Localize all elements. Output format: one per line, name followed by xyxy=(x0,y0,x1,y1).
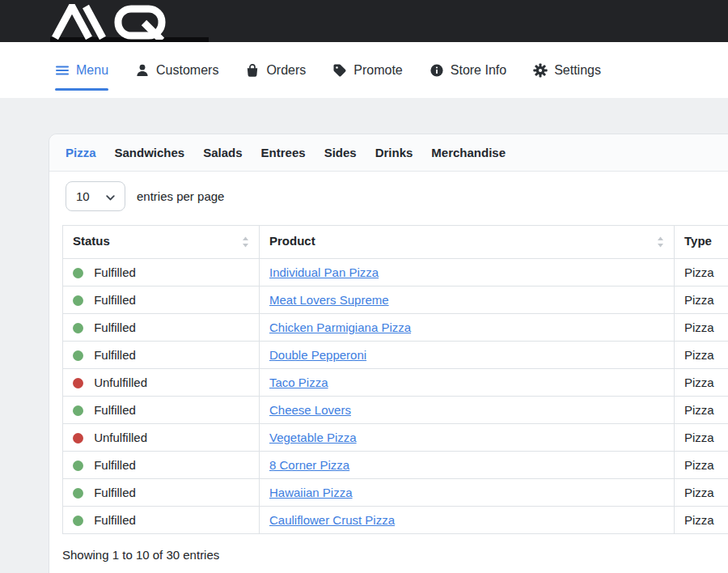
product-link[interactable]: Cheese Lovers xyxy=(269,403,351,417)
table-controls: 10 entries per page xyxy=(49,172,728,225)
table-row: Fulfilled Double Pepperoni Pizza xyxy=(63,342,728,369)
table-row: Fulfilled Cauliflower Crust Pizza Pizza xyxy=(63,507,728,534)
table-row: Fulfilled Meat Lovers Supreme Pizza xyxy=(63,286,728,314)
nav-item-settings[interactable]: Settings xyxy=(533,63,601,78)
product-cell: Hawaiian Pizza xyxy=(260,479,675,507)
status-dot-icon xyxy=(73,516,83,526)
status-label: Unfulfilled xyxy=(94,376,147,389)
status-cell: Fulfilled xyxy=(63,342,260,369)
status-label: Fulfilled xyxy=(94,293,136,307)
tab-pizza[interactable]: Pizza xyxy=(66,146,96,159)
status-dot-icon xyxy=(73,405,83,416)
brand-logo xyxy=(50,4,204,40)
type-cell: Pizza xyxy=(675,479,728,507)
app-header: AIQ xyxy=(0,0,728,42)
entries-per-page-label: entries per page xyxy=(137,189,224,203)
status-dot-icon xyxy=(73,350,83,361)
sort-icon[interactable] xyxy=(242,236,249,250)
sort-icon[interactable] xyxy=(657,236,664,250)
table-row: Fulfilled 8 Corner Pizza Pizza xyxy=(63,452,728,479)
nav-item-menu[interactable]: Menu xyxy=(55,63,108,78)
status-label: Fulfilled xyxy=(94,348,136,362)
table-row: Fulfilled Cheese Lovers Pizza xyxy=(63,397,728,424)
type-cell: Pizza xyxy=(675,259,728,286)
product-link[interactable]: Double Pepperoni xyxy=(269,348,366,362)
product-cell: Meat Lovers Supreme xyxy=(260,286,675,314)
tab-merchandise[interactable]: Merchandise xyxy=(431,146,506,159)
type-cell: Pizza xyxy=(675,342,728,369)
entries-per-page-select[interactable]: 10 xyxy=(66,181,125,211)
nav-item-label: Store Info xyxy=(451,63,506,78)
tab-sides[interactable]: Sides xyxy=(324,146,357,159)
status-cell: Fulfilled xyxy=(63,259,260,286)
table-header-row: Status Product Type xyxy=(63,226,728,259)
table-body: Fulfilled Individual Pan Pizza Pizza Ful… xyxy=(63,259,728,534)
status-label: Fulfilled xyxy=(94,486,136,499)
product-link[interactable]: Cauliflower Crust Pizza xyxy=(269,513,395,527)
gear-icon xyxy=(533,63,548,78)
status-cell: Fulfilled xyxy=(63,479,260,507)
type-cell: Pizza xyxy=(675,424,728,452)
product-cell: Individual Pan Pizza xyxy=(260,259,675,286)
nav-item-label: Orders xyxy=(266,63,306,78)
product-link[interactable]: Taco Pizza xyxy=(269,376,328,389)
status-label: Fulfilled xyxy=(94,403,136,417)
person-icon xyxy=(135,63,150,78)
product-link[interactable]: Meat Lovers Supreme xyxy=(269,293,389,307)
nav-item-customers[interactable]: Customers xyxy=(135,63,218,78)
tab-drinks[interactable]: Drinks xyxy=(375,146,413,159)
status-dot-icon xyxy=(73,378,83,388)
nav-item-label: Customers xyxy=(156,63,218,78)
status-cell: Unfulfilled xyxy=(63,424,260,452)
status-dot-icon xyxy=(73,268,83,278)
status-dot-icon xyxy=(73,461,83,471)
category-tabs: Pizza Sandwiches Salads Entrees Sides Dr… xyxy=(49,134,728,172)
status-cell: Fulfilled xyxy=(63,314,260,342)
product-cell: Taco Pizza xyxy=(260,369,675,397)
status-dot-icon xyxy=(73,295,83,306)
product-link[interactable]: Chicken Parmigiana Pizza xyxy=(269,320,411,334)
type-cell: Pizza xyxy=(675,286,728,314)
table-row: Fulfilled Individual Pan Pizza Pizza xyxy=(63,259,728,286)
product-cell: Cauliflower Crust Pizza xyxy=(260,507,675,534)
product-link[interactable]: Hawaiian Pizza xyxy=(269,486,353,499)
type-cell: Pizza xyxy=(675,507,728,534)
nav-item-label: Promote xyxy=(353,63,402,78)
tag-icon xyxy=(332,63,347,78)
type-cell: Pizza xyxy=(675,314,728,342)
product-cell: Chicken Parmigiana Pizza xyxy=(260,314,675,342)
table-row: Unfulfilled Taco Pizza Pizza xyxy=(63,369,728,397)
column-header-product[interactable]: Product xyxy=(260,226,675,259)
brand-name: AIQ xyxy=(0,0,1,1)
status-label: Fulfilled xyxy=(94,513,136,527)
nav-item-promote[interactable]: Promote xyxy=(332,63,402,78)
product-link[interactable]: Individual Pan Pizza xyxy=(269,265,379,279)
type-cell: Pizza xyxy=(675,452,728,479)
status-label: Fulfilled xyxy=(94,320,136,334)
menu-card: Pizza Sandwiches Salads Entrees Sides Dr… xyxy=(49,134,728,573)
tab-entrees[interactable]: Entrees xyxy=(261,146,306,159)
product-link[interactable]: Vegetable Pizza xyxy=(269,431,357,444)
status-dot-icon xyxy=(73,488,83,499)
column-header-status[interactable]: Status xyxy=(63,226,260,259)
hamburger-icon xyxy=(55,63,70,78)
nav-item-orders[interactable]: Orders xyxy=(245,63,306,78)
nav-item-store-info[interactable]: Store Info xyxy=(430,63,506,78)
tab-salads[interactable]: Salads xyxy=(203,146,242,159)
status-cell: Fulfilled xyxy=(63,507,260,534)
type-cell: Pizza xyxy=(675,369,728,397)
status-dot-icon xyxy=(73,323,83,333)
main-nav: Menu Customers Orders Promote Store Info… xyxy=(0,42,728,98)
status-dot-icon xyxy=(73,433,83,444)
tab-sandwiches[interactable]: Sandwiches xyxy=(115,146,185,159)
product-link[interactable]: 8 Corner Pizza xyxy=(269,458,349,472)
type-cell: Pizza xyxy=(675,397,728,424)
status-cell: Unfulfilled xyxy=(63,369,260,397)
status-label: Fulfilled xyxy=(94,458,136,472)
bag-icon xyxy=(245,63,260,78)
column-header-type[interactable]: Type xyxy=(675,226,728,259)
product-cell: Double Pepperoni xyxy=(260,342,675,369)
status-cell: Fulfilled xyxy=(63,286,260,314)
status-cell: Fulfilled xyxy=(63,397,260,424)
nav-item-label: Menu xyxy=(76,63,108,78)
